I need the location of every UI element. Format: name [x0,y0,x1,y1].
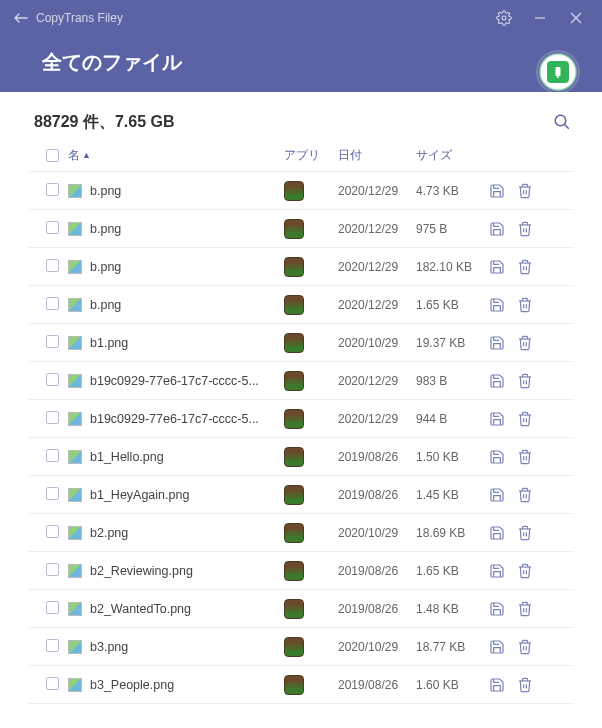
delete-button[interactable] [516,258,534,276]
row-checkbox[interactable] [46,373,59,386]
file-size: 1.50 KB [416,450,488,464]
table-row[interactable]: b1.png2020/10/2919.37 KB [28,324,574,362]
table-row[interactable]: b.png2020/12/29182.10 KB [28,248,574,286]
file-name: b2_WantedTo.png [90,602,191,616]
search-button[interactable] [550,110,574,134]
save-button[interactable] [488,296,506,314]
file-name-cell: b1_Hello.png [68,450,284,464]
file-name: b19c0929-77e6-17c7-cccc-5... [90,374,259,388]
image-file-icon [68,564,82,578]
row-checkbox[interactable] [46,411,59,424]
table-row[interactable]: b.png2020/12/29975 B [28,210,574,248]
delete-button[interactable] [516,600,534,618]
table-row[interactable]: b19c0929-77e6-17c7-cccc-5...2020/12/2994… [28,400,574,438]
settings-button[interactable] [486,0,522,36]
save-button[interactable] [488,258,506,276]
save-button[interactable] [488,524,506,542]
back-button[interactable] [12,13,30,23]
save-button[interactable] [488,562,506,580]
file-date: 2019/08/26 [338,602,416,616]
delete-button[interactable] [516,182,534,200]
table-row[interactable]: b1_Hello.png2019/08/261.50 KB [28,438,574,476]
device-icon [547,61,569,83]
column-app[interactable]: アプリ [284,147,338,164]
delete-button[interactable] [516,562,534,580]
row-checkbox[interactable] [46,221,59,234]
table-row[interactable]: b.png2020/12/291.65 KB [28,286,574,324]
file-size: 18.77 KB [416,640,488,654]
row-checkbox[interactable] [46,183,59,196]
file-date: 2020/12/29 [338,412,416,426]
select-all-checkbox[interactable] [46,149,59,162]
save-button[interactable] [488,372,506,390]
row-checkbox[interactable] [46,297,59,310]
save-button[interactable] [488,448,506,466]
file-name: b.png [90,184,121,198]
save-button[interactable] [488,220,506,238]
app-icon [284,333,304,353]
table-row[interactable]: b2_WantedTo.png2019/08/261.48 KB [28,590,574,628]
delete-button[interactable] [516,410,534,428]
file-size: 944 B [416,412,488,426]
file-size: 1.48 KB [416,602,488,616]
delete-button[interactable] [516,334,534,352]
column-size[interactable]: サイズ [416,147,488,164]
column-date[interactable]: 日付 [338,147,416,164]
row-checkbox[interactable] [46,335,59,348]
table-row[interactable]: b3_People.png2019/08/261.60 KB [28,666,574,704]
app-window: CopyTrans Filey 全てのファイル 88729 件、7.65 GB … [0,0,602,728]
close-button[interactable] [558,0,594,36]
device-badge[interactable] [538,52,578,92]
file-list: b.png2020/12/294.73 KBb.png2020/12/29975… [28,172,574,704]
delete-button[interactable] [516,296,534,314]
row-checkbox[interactable] [46,525,59,538]
save-button[interactable] [488,334,506,352]
file-name: b3.png [90,640,128,654]
table-row[interactable]: b2.png2020/10/2918.69 KB [28,514,574,552]
file-name-cell: b3.png [68,640,284,654]
delete-button[interactable] [516,220,534,238]
image-file-icon [68,222,82,236]
table-row[interactable]: b1_HeyAgain.png2019/08/261.45 KB [28,476,574,514]
file-date: 2019/08/26 [338,450,416,464]
table-row[interactable]: b.png2020/12/294.73 KB [28,172,574,210]
row-checkbox[interactable] [46,563,59,576]
save-button[interactable] [488,410,506,428]
row-checkbox[interactable] [46,639,59,652]
delete-button[interactable] [516,448,534,466]
save-button[interactable] [488,182,506,200]
svg-line-5 [564,124,569,129]
save-button[interactable] [488,638,506,656]
column-name[interactable]: 名 ▲ [68,147,284,164]
save-button[interactable] [488,600,506,618]
file-size: 983 B [416,374,488,388]
row-checkbox[interactable] [46,677,59,690]
delete-button[interactable] [516,638,534,656]
file-name-cell: b.png [68,222,284,236]
file-count: 88729 件、7.65 GB [34,112,550,133]
file-name-cell: b.png [68,260,284,274]
table-row[interactable]: b2_Reviewing.png2019/08/261.65 KB [28,552,574,590]
delete-button[interactable] [516,372,534,390]
app-icon [284,219,304,239]
app-icon [284,409,304,429]
image-file-icon [68,374,82,388]
row-checkbox[interactable] [46,601,59,614]
file-name: b1_HeyAgain.png [90,488,189,502]
file-name: b.png [90,298,121,312]
delete-button[interactable] [516,486,534,504]
image-file-icon [68,184,82,198]
row-checkbox[interactable] [46,487,59,500]
table-row[interactable]: b3.png2020/10/2918.77 KB [28,628,574,666]
save-button[interactable] [488,486,506,504]
delete-button[interactable] [516,676,534,694]
delete-button[interactable] [516,524,534,542]
row-checkbox[interactable] [46,259,59,272]
table-row[interactable]: b19c0929-77e6-17c7-cccc-5...2020/12/2998… [28,362,574,400]
minimize-button[interactable] [522,0,558,36]
sort-asc-icon: ▲ [82,151,91,160]
file-name: b.png [90,260,121,274]
file-date: 2020/10/29 [338,640,416,654]
save-button[interactable] [488,676,506,694]
row-checkbox[interactable] [46,449,59,462]
